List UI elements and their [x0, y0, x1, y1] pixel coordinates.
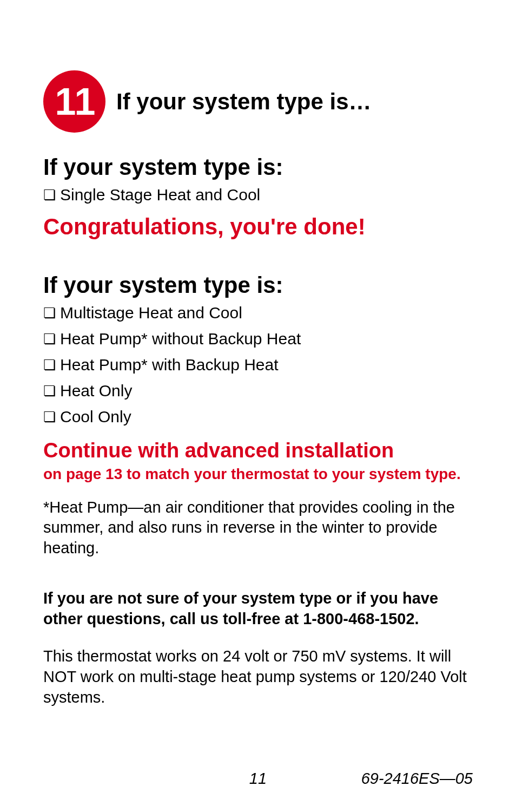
checkbox-item: ❏ Multistage Heat and Cool: [43, 304, 473, 322]
checkbox-label: Multistage Heat and Cool: [60, 304, 242, 322]
compatibility-note: This thermostat works on 24 volt or 750 …: [43, 646, 473, 708]
checkbox-label: Heat Only: [60, 382, 132, 400]
heat-pump-footnote: *Heat Pump—an air conditioner that provi…: [43, 497, 473, 559]
checkbox-label: Single Stage Heat and Cool: [60, 186, 260, 204]
step-title: If your system type is…: [116, 89, 372, 115]
checkbox-item: ❏ Heat Only: [43, 382, 473, 400]
checkbox-icon: ❏: [43, 332, 56, 346]
checkbox-icon: ❏: [43, 306, 56, 320]
continue-subheading: on page 13 to match your thermostat to y…: [43, 464, 473, 483]
page-footer: 11 69-2416ES—05: [0, 770, 516, 788]
section-heading: If your system type is:: [43, 272, 473, 298]
checkbox-icon: ❏: [43, 358, 56, 372]
checkbox-label: Heat Pump* without Backup Heat: [60, 330, 301, 348]
step-number-badge: 11: [43, 70, 105, 133]
checkbox-item: ❏ Heat Pump* with Backup Heat: [43, 356, 473, 374]
step-header: 11 If your system type is…: [43, 70, 473, 133]
checkbox-item: ❏ Cool Only: [43, 408, 473, 426]
checkbox-item: ❏ Single Stage Heat and Cool: [43, 186, 473, 204]
checkbox-label: Cool Only: [60, 408, 131, 426]
section-continue: If your system type is: ❏ Multistage Hea…: [43, 272, 473, 708]
checkbox-item: ❏ Heat Pump* without Backup Heat: [43, 330, 473, 348]
done-message: Congratulations, you're done!: [43, 214, 473, 240]
checkbox-icon: ❏: [43, 410, 56, 424]
checkbox-icon: ❏: [43, 384, 56, 398]
page-number: 11: [249, 770, 267, 788]
document-code: 69-2416ES—05: [361, 770, 473, 788]
step-number: 11: [55, 80, 94, 123]
checkbox-icon: ❏: [43, 188, 56, 202]
continue-heading: Continue with advanced installation: [43, 440, 473, 462]
section-heading: If your system type is:: [43, 154, 473, 180]
checkbox-label: Heat Pump* with Backup Heat: [60, 356, 279, 374]
support-contact: If you are not sure of your system type …: [43, 588, 473, 629]
section-done: If your system type is: ❏ Single Stage H…: [43, 154, 473, 240]
